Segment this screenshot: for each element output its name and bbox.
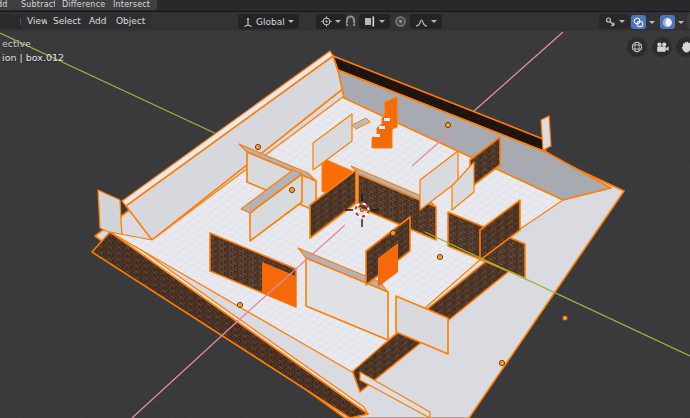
overlays-icon <box>633 17 644 28</box>
view-name-overlay: ective <box>2 38 31 49</box>
origin-dot[interactable] <box>445 122 450 127</box>
origin-dot[interactable] <box>255 144 260 149</box>
globe-grid-icon <box>631 41 643 53</box>
proportional-editing-icon <box>394 15 407 28</box>
falloff-dropdown[interactable] <box>410 14 442 29</box>
active-object-overlay: ion | box.012 <box>2 52 64 63</box>
chevron-down-icon <box>379 20 385 23</box>
pivot-point-icon <box>321 16 332 27</box>
falloff-curve-icon <box>415 17 428 27</box>
pan-view-button[interactable] <box>676 37 690 57</box>
camera-icon <box>656 42 669 53</box>
bool-intersect-button[interactable]: Intersect <box>106 0 157 10</box>
snap-toggle[interactable] <box>344 15 357 28</box>
shading-toggle[interactable] <box>660 15 675 29</box>
origin-dot[interactable] <box>390 230 395 235</box>
snap-target-icon <box>364 16 376 27</box>
stair-step <box>384 118 390 121</box>
chevron-down-icon <box>431 20 437 23</box>
viewport-canvas[interactable] <box>0 31 690 418</box>
stair-step <box>374 134 380 137</box>
shading-sphere-icon <box>662 17 673 28</box>
menu-add[interactable]: Add <box>83 14 112 29</box>
orientation-axes-icon <box>243 17 253 27</box>
chevron-down-icon[interactable] <box>649 21 655 24</box>
proportional-editing-toggle[interactable] <box>394 15 407 28</box>
viewport-3d[interactable]: ective ion | box.012 <box>0 31 690 418</box>
origin-dot[interactable] <box>237 302 242 307</box>
chevron-down-icon[interactable] <box>678 21 684 24</box>
blender-window: { "boolean_bar": { "items": ["dd", "Subt… <box>0 0 690 418</box>
chevron-down-icon <box>335 20 341 23</box>
snap-target-dropdown[interactable] <box>359 14 390 29</box>
pan-hand-icon <box>681 41 690 53</box>
gizmo-icon <box>604 16 616 28</box>
transform-orientation-dropdown[interactable]: Global <box>238 14 299 29</box>
ortho-toggle-button[interactable] <box>627 37 647 57</box>
stair-step <box>379 126 385 129</box>
magnet-snap-icon <box>344 15 357 28</box>
menu-select[interactable]: Select <box>47 14 87 29</box>
viewport-header: le View Select Add Object Global <box>0 12 690 31</box>
origin-dot[interactable] <box>562 315 567 320</box>
bool-difference-button[interactable]: Difference <box>55 0 112 10</box>
origin-dot[interactable] <box>289 187 294 192</box>
boolean-toolbar: dd Subtract Difference Intersect <box>0 0 690 12</box>
gizmo-dropdown[interactable] <box>599 14 630 29</box>
orientation-label: Global <box>256 17 285 27</box>
corner-post[interactable] <box>541 116 551 150</box>
origin-dot[interactable] <box>437 254 442 259</box>
bool-add-button[interactable]: dd <box>0 0 15 10</box>
chevron-down-icon <box>619 20 625 23</box>
menu-object[interactable]: Object <box>110 14 151 29</box>
overlays-toggle[interactable] <box>631 15 646 29</box>
chevron-down-icon <box>288 20 294 23</box>
origin-dot[interactable] <box>499 360 504 365</box>
camera-view-button[interactable] <box>652 37 672 57</box>
pivot-point-dropdown[interactable] <box>316 14 346 29</box>
